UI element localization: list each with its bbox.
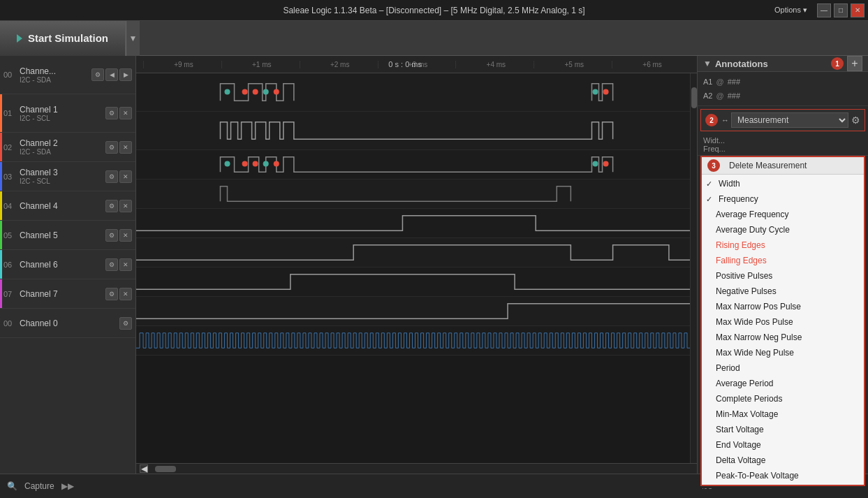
svg-rect-17 <box>136 180 690 208</box>
channel-close-btn-06[interactable]: ✕ <box>119 258 132 271</box>
menu-item-complete-periods[interactable]: Complete Periods <box>702 391 864 407</box>
channel-settings-btn-04[interactable]: ⚙ <box>105 200 118 212</box>
channel-name-area-04: Channel 4 <box>20 201 105 211</box>
menu-item-avg-period[interactable]: Average Period <box>702 376 864 391</box>
channel-num-04: 04 <box>3 202 17 210</box>
channel-close-btn-07[interactable]: ✕ <box>119 288 132 300</box>
menu-item-rising-edges[interactable]: Rising Edges <box>702 237 864 253</box>
dropdown-menu: Width Frequency Average Frequency Averag… <box>702 175 864 485</box>
menu-item-max-narrow-neg[interactable]: Max Narrow Neg Pulse <box>702 330 864 345</box>
svg-point-13 <box>263 161 269 167</box>
meas-freq-row: Freq... <box>703 145 862 153</box>
channel-name-05: Channel 5 <box>20 230 105 240</box>
start-simulation-button[interactable]: Start Simulation <box>0 21 126 56</box>
waveform-area: 0 s : 0 ms +9 ms +1 ms +2 ms +3 ms +4 ms… <box>136 56 697 474</box>
svg-point-6 <box>592 89 598 95</box>
title-bar: Saleae Logic 1.1.34 Beta – [Disconnected… <box>0 0 868 21</box>
scroll-thumb-vertical[interactable] <box>691 87 697 108</box>
add-annotation-button[interactable]: + <box>847 56 862 71</box>
horizontal-scrollbar[interactable]: ◀ <box>136 463 697 474</box>
channel-close-btn-01[interactable]: ✕ <box>119 107 132 119</box>
channel-close-btn-05[interactable]: ✕ <box>119 229 132 242</box>
channel-settings-btn-00[interactable]: ⚙ <box>91 68 104 81</box>
channel-close-btn-03[interactable]: ✕ <box>119 170 132 183</box>
start-sim-label: Start Simulation <box>28 32 108 44</box>
channel-next-btn-00[interactable]: ▶ <box>119 68 132 81</box>
channel-name-area-05: Channel 5 <box>20 230 105 240</box>
wf-ch-07[interactable] <box>136 297 690 326</box>
wf-ch-03[interactable] <box>136 180 690 209</box>
svg-point-12 <box>253 161 258 167</box>
time-mark-6ms: +6 ms <box>612 61 690 68</box>
time-mark-5ms: +5 ms <box>534 61 612 68</box>
time-mark-2ms: +2 ms <box>300 61 378 68</box>
channel-settings-btn-01[interactable]: ⚙ <box>105 107 118 119</box>
start-sim-dropdown[interactable]: ▼ <box>126 21 140 56</box>
channel-list: 00 Channe... I2C - SDA ⚙ ◀ ▶ 01 Channel … <box>0 56 136 474</box>
channel-close-btn-02[interactable]: ✕ <box>119 141 132 154</box>
wf-ch-02[interactable] <box>136 150 690 180</box>
close-button[interactable]: ✕ <box>851 3 865 17</box>
vertical-scrollbar[interactable] <box>690 73 697 463</box>
wf-ch-00-bottom[interactable] <box>136 326 690 356</box>
channel-name-area-02: Channel 2 I2C - SDA <box>20 138 105 156</box>
menu-item-avg-duty-cycle[interactable]: Average Duty Cycle <box>702 222 864 237</box>
menu-item-frequency[interactable]: Frequency <box>702 191 864 207</box>
minimize-button[interactable]: — <box>817 3 831 17</box>
window-controls: Options ▾ — □ ✕ <box>774 0 865 20</box>
menu-item-avg-frequency[interactable]: Average Frequency <box>702 207 864 222</box>
menu-item-end-voltage[interactable]: End Voltage <box>702 437 864 453</box>
svg-point-11 <box>242 161 248 167</box>
menu-item-peak-to-peak[interactable]: Peak-To-Peak Voltage <box>702 468 864 483</box>
wf-ch-01[interactable] <box>136 112 690 150</box>
svg-point-14 <box>274 161 279 167</box>
wf-ch-04[interactable] <box>136 209 690 238</box>
channel-close-btn-04[interactable]: ✕ <box>119 200 132 212</box>
channel-item-01: 01 Channel 1 I2C - SCL ⚙ ✕ <box>0 94 135 133</box>
svg-point-3 <box>253 89 258 95</box>
channel-settings-btn-03[interactable]: ⚙ <box>105 170 118 183</box>
delete-measurement-button[interactable]: Delete Measurement <box>723 159 858 172</box>
color-bar-06 <box>0 250 2 279</box>
wf-ch-06[interactable] <box>136 268 690 297</box>
maximize-button[interactable]: □ <box>834 3 848 17</box>
capture-button[interactable]: Capture <box>24 481 54 491</box>
menu-item-delta-voltage[interactable]: Delta Voltage <box>702 453 864 468</box>
measurement-select[interactable]: Measurement <box>731 112 848 128</box>
menu-item-positive-pulses[interactable]: Positive Pulses <box>702 268 864 284</box>
wf-ch-00-top[interactable] <box>136 73 690 112</box>
color-bar-05 <box>0 221 2 249</box>
menu-item-falling-edges[interactable]: Falling Edges <box>702 253 864 268</box>
wf-ch-05[interactable] <box>136 238 690 268</box>
menu-item-period[interactable]: Period <box>702 360 864 376</box>
right-panel: ▼ Annotations 1 + A1 @ ### A2 @ ### 2 ↔ … <box>697 56 868 474</box>
search-icon: 🔍 <box>7 481 17 491</box>
channel-prev-btn-00[interactable]: ◀ <box>105 68 118 81</box>
menu-item-start-voltage[interactable]: Start Voltage <box>702 422 864 437</box>
main-area: 00 Channe... I2C - SDA ⚙ ◀ ▶ 01 Channel … <box>0 56 868 474</box>
svg-point-15 <box>592 161 598 167</box>
color-bar-07 <box>0 279 2 308</box>
channel-settings-btn-02[interactable]: ⚙ <box>105 141 118 154</box>
channel-item-00-bottom: 00 Channel 0 ⚙ <box>0 309 135 338</box>
menu-item-max-wide-pos[interactable]: Max Wide Pos Pulse <box>702 314 864 330</box>
scroll-thumb-horizontal[interactable] <box>155 466 176 472</box>
badge-1: 1 <box>831 57 844 70</box>
scroll-left-btn[interactable]: ◀ <box>140 464 148 473</box>
measurement-gear-icon[interactable]: ⚙ <box>851 115 860 126</box>
channel-settings-btn-06[interactable]: ⚙ <box>105 258 118 271</box>
menu-item-width[interactable]: Width <box>702 176 864 191</box>
menu-item-max-wide-neg[interactable]: Max Wide Neg Pulse <box>702 345 864 360</box>
menu-item-max-narrow-pos[interactable]: Max Narrow Pos Pulse <box>702 299 864 314</box>
svg-point-2 <box>242 89 248 95</box>
options-label[interactable]: Options ▾ <box>774 6 807 15</box>
channel-settings-btn-00b[interactable]: ⚙ <box>119 317 132 330</box>
expand-icon[interactable]: ▶▶ <box>61 481 74 491</box>
channel-item-05: 05 Channel 5 ⚙ ✕ <box>0 221 135 250</box>
channel-settings-btn-05[interactable]: ⚙ <box>105 229 118 242</box>
annotation-row-a1: A1 @ ### <box>703 75 862 89</box>
menu-item-min-max-voltage[interactable]: Min-Max Voltage <box>702 407 864 422</box>
channel-settings-btn-07[interactable]: ⚙ <box>105 288 118 300</box>
meas-labels-area: Widt... Freq... <box>698 134 868 156</box>
menu-item-negative-pulses[interactable]: Negative Pulses <box>702 284 864 299</box>
